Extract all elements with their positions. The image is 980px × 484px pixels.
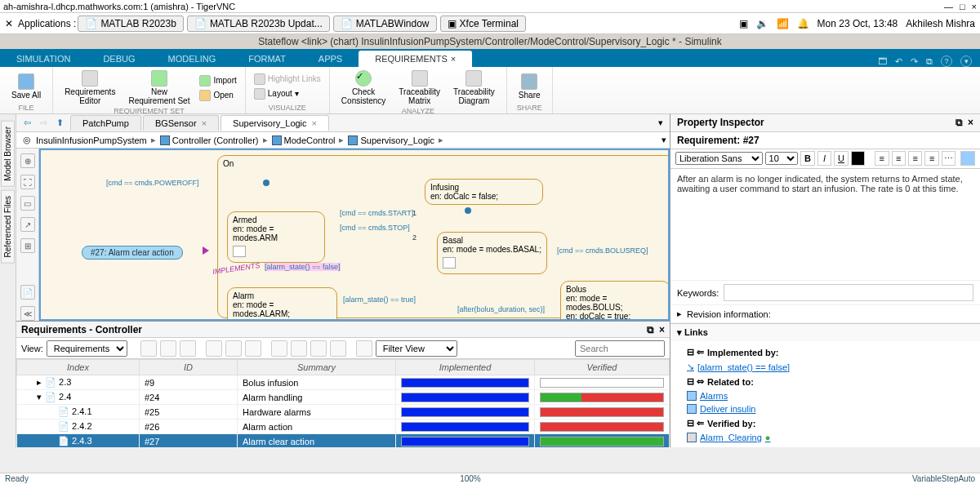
highlight-links-button[interactable]: Highlight Links — [252, 73, 323, 86]
link-alarm-clearing[interactable]: Alarm_Clearing● — [687, 431, 964, 444]
new-requirement-set-button[interactable]: New Requirement Set — [123, 69, 194, 107]
fit-view-icon[interactable]: ⛶ — [20, 175, 35, 189]
editor-tab-supervisory-logic[interactable]: Supervisory_Logic× — [220, 115, 329, 131]
link-deliver-insulin[interactable]: Deliver insulin — [687, 402, 964, 415]
toolstrip-shortcut-icon[interactable]: 🗔 — [878, 56, 887, 66]
transition-alarm-false[interactable]: [alarm_state() == false] — [265, 263, 341, 271]
window-maximize[interactable]: □ — [960, 2, 965, 11]
req-toolbar-btn-6[interactable] — [245, 340, 261, 357]
model-hierarchy-icon[interactable]: ◎ — [20, 135, 34, 145]
canvas-tool-arrow-icon[interactable]: ↗ — [20, 217, 35, 232]
pi-close-icon[interactable]: × — [968, 117, 973, 128]
color-button[interactable] — [851, 151, 865, 166]
traceability-diagram-button[interactable]: Traceability Diagram — [448, 69, 500, 107]
user-name[interactable]: Akhilesh Mishra — [906, 18, 975, 29]
links-section[interactable]: ▾ Links — [670, 323, 980, 341]
task-xfce-terminal[interactable]: ▣Xfce Terminal — [440, 16, 526, 32]
align-left-button[interactable]: ≡ — [875, 151, 889, 166]
req-toolbar-btn-5[interactable] — [225, 340, 242, 357]
tab-simulation[interactable]: SIMULATION — [0, 51, 87, 67]
traceability-matrix-button[interactable]: Traceability Matrix — [394, 69, 445, 107]
window-minimize[interactable]: — — [944, 2, 953, 11]
underline-button[interactable]: U — [834, 151, 848, 166]
table-row[interactable]: 📄 2.4.2#26Alarm action — [17, 420, 670, 434]
undo-icon[interactable]: ↶ — [895, 56, 902, 67]
table-row[interactable]: 📄 2.4.1#25Hardware alarms — [17, 405, 670, 420]
state-bolus[interactable]: Bolusen: mode = modes.BOLUS;en: doCalc =… — [560, 281, 670, 321]
share-button[interactable]: Share — [514, 72, 546, 101]
req-toolbar-btn-3[interactable] — [180, 340, 196, 357]
requirements-table[interactable]: Index ID Summary Implemented Verified ▸📄… — [16, 359, 670, 447]
state-infusing[interactable]: Infusingen: doCalc = false; — [425, 179, 543, 205]
canvas-tool-rect-icon[interactable]: ▭ — [20, 196, 35, 211]
applications-menu[interactable]: Applications : — [18, 18, 76, 29]
tab-requirements[interactable]: REQUIREMENTS× — [359, 51, 472, 67]
close-icon[interactable]: × — [451, 54, 456, 64]
task-matlab[interactable]: 📄MATLAB R2023b — [78, 16, 184, 32]
search-input[interactable] — [575, 340, 665, 357]
help-icon[interactable]: ? — [941, 56, 952, 67]
bold-button[interactable]: B — [800, 151, 814, 166]
crumb-supervisory-logic[interactable]: Supervisory_Logic — [346, 135, 436, 145]
panel-close-icon[interactable]: × — [659, 324, 665, 335]
nav-forward-icon[interactable]: ⇨ — [36, 116, 51, 131]
crumb-root[interactable]: InsulinInfusionPumpSystem — [34, 135, 149, 145]
toolstrip-icon[interactable]: ⧉ — [926, 56, 933, 67]
view-select[interactable]: Requirements — [47, 340, 127, 357]
req-toolbar-btn-1[interactable] — [140, 340, 157, 357]
state-alarm[interactable]: Alarmen: mode = modes.ALARM; — [227, 287, 337, 321]
requirements-editor-button[interactable]: Requirements Editor — [60, 69, 120, 107]
table-row[interactable]: ▾📄 2.4#24Alarm handling — [17, 390, 670, 405]
nav-back-icon[interactable]: ⇦ — [20, 116, 34, 131]
align-justify-button[interactable]: ≡ — [924, 151, 938, 166]
link-alarms[interactable]: Alarms — [687, 389, 964, 402]
pi-undock-icon[interactable]: ⧉ — [956, 117, 963, 128]
editor-tab-bgsensor[interactable]: BGSensor× — [143, 115, 219, 131]
req-toolbar-delete[interactable] — [330, 340, 346, 357]
more-format-button[interactable]: ⋯ — [942, 151, 956, 166]
notifications-icon[interactable]: 🔔 — [797, 18, 809, 29]
italic-button[interactable]: I — [817, 151, 831, 166]
tray-icon[interactable]: ▣ — [739, 18, 748, 29]
related-to-header[interactable]: ⊟ ⇔ Related to: — [687, 374, 964, 389]
crumb-controller[interactable]: Controller (Controller) — [158, 135, 261, 145]
font-family-select[interactable]: Liberation Sans — [675, 152, 763, 165]
panel-undock-icon[interactable]: ⧉ — [647, 324, 654, 335]
requirement-description[interactable]: After an alarm is no longer indicated, t… — [670, 169, 980, 281]
align-right-button[interactable]: ≡ — [908, 151, 922, 166]
table-row[interactable]: ▸📄 2.3#9Bolus infusion — [17, 375, 670, 390]
editor-tab-patchpump[interactable]: PatchPump — [70, 115, 141, 131]
state-armed[interactable]: Armeden: mode = modes.ARM — [227, 211, 325, 263]
font-size-select[interactable]: 10 — [765, 152, 799, 165]
network-icon[interactable]: 📶 — [777, 18, 789, 29]
editor-tabs-menu-icon[interactable]: ▾ — [652, 118, 670, 128]
referenced-files-tab[interactable]: Referenced Files — [1, 190, 15, 264]
status-solver[interactable]: VariableStepAuto — [912, 474, 975, 483]
tab-modeling[interactable]: MODELING — [152, 51, 233, 67]
req-toolbar-btn-2[interactable] — [160, 340, 176, 357]
annotations-icon[interactable]: 📄 — [20, 285, 35, 300]
nav-up-icon[interactable]: ⬆ — [52, 116, 67, 131]
req-toolbar-refresh[interactable] — [356, 340, 372, 357]
overview-icon[interactable]: ≪ — [20, 306, 35, 321]
req-toolbar-btn-4[interactable] — [206, 340, 222, 357]
req-toolbar-copy[interactable] — [291, 340, 307, 357]
req-toolbar-paste[interactable] — [310, 340, 327, 357]
tab-debug[interactable]: DEBUG — [87, 51, 151, 67]
toolstrip-menu-icon[interactable]: ▾ — [960, 56, 972, 67]
implemented-by-header[interactable]: ⊟ ⇐ Implemented by: — [687, 344, 964, 360]
layout-button[interactable]: Layout▾ — [252, 87, 323, 100]
insert-image-button[interactable] — [960, 151, 974, 166]
revision-info-toggle[interactable]: ▸ Revision information: — [670, 305, 980, 323]
redo-icon[interactable]: ↷ — [911, 56, 918, 67]
keywords-input[interactable] — [724, 284, 973, 301]
requirement-tag[interactable]: #27: Alarm clear action — [82, 246, 183, 260]
window-close[interactable]: × — [972, 2, 977, 11]
check-consistency-button[interactable]: ✓Check Consistency — [336, 69, 390, 107]
stateflow-canvas[interactable]: On [cmd == cmds.POWEROFF] Armeden: mode … — [39, 149, 670, 321]
state-basal[interactable]: Basalen: mode = modes.BASAL; — [437, 232, 547, 274]
import-button[interactable]: Import — [198, 74, 238, 87]
task-matlabwindow[interactable]: 📄MATLABWindow — [333, 16, 437, 32]
canvas-tool-misc-icon[interactable]: ⊞ — [20, 238, 35, 253]
tab-apps[interactable]: APPS — [302, 51, 359, 67]
